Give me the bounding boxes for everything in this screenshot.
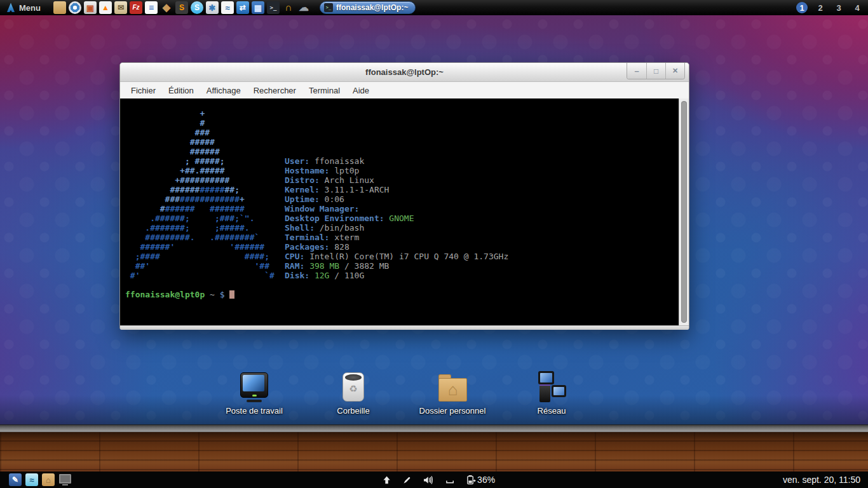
terminal-cursor [229, 290, 234, 299]
system-tray: 36% [382, 471, 495, 488]
workspace-1[interactable]: 1 [796, 2, 808, 13]
terminal-scrollbar[interactable] [679, 98, 689, 325]
top-launchers: ▣▲✉Fz≡◆SS✱≈⇄▦>_∩☁ [53, 1, 310, 14]
scrollbar-thumb[interactable] [681, 101, 687, 323]
filezilla-icon[interactable]: Fz [130, 1, 142, 14]
desktop-icon-home-folder[interactable]: ⌂Dossier personnel [411, 370, 494, 416]
menu-fichier[interactable]: Fichier [125, 84, 161, 97]
home-folder-icon: ⌂ [436, 370, 469, 403]
terminal-launcher-icon[interactable]: >_ [267, 1, 280, 14]
desktop-icon-label: Poste de travail [213, 406, 295, 416]
volume-icon[interactable] [423, 475, 434, 485]
wireshark-icon[interactable]: ≈ [221, 1, 234, 14]
desktop-settings-icon[interactable]: ✎ [9, 473, 22, 486]
desktop-icon-computer[interactable]: Poste de travail [213, 370, 295, 416]
bottom-launchers: ✎≈⌂ [9, 473, 71, 486]
ascii-art: + # ### ##### ###### ; #####; +##.##### … [125, 109, 275, 280]
show-desktop-icon[interactable] [58, 473, 71, 486]
file-manager-icon[interactable] [53, 1, 66, 14]
image-viewer-icon[interactable]: ▣ [84, 1, 97, 14]
menu-label: Menu [19, 3, 41, 13]
arrow-up-icon[interactable] [382, 475, 391, 485]
terminal-body: + # ### ##### ###### ; #####; +##.##### … [120, 98, 689, 325]
workspace-4[interactable]: 4 [851, 2, 863, 13]
sublime-text-icon[interactable]: S [175, 1, 188, 14]
cloud-icon[interactable]: ☁ [297, 1, 310, 14]
mail-icon[interactable]: ✉ [114, 1, 127, 14]
writer-icon[interactable]: ≡ [145, 1, 158, 14]
app-grid-icon[interactable]: ▦ [252, 1, 264, 14]
teamviewer-icon[interactable]: ⇄ [236, 1, 249, 14]
terminal-screen[interactable]: + # ### ##### ###### ; #####; +##.##### … [120, 98, 679, 325]
terminal-titlebar[interactable]: ffonaissak@lptOp:~ [120, 63, 689, 82]
workspace-3[interactable]: 3 [833, 2, 844, 13]
system-monitor-icon[interactable]: ≈ [25, 473, 38, 486]
shell-prompt: ffonaissak@lpt0p ~ $ [125, 290, 234, 299]
window-bottom-frame [120, 325, 689, 330]
top-panel: Menu ▣▲✉Fz≡◆SS✱≈⇄▦>_∩☁ >_ ffonaissak@lpt… [0, 0, 868, 15]
task-button-terminal[interactable]: >_ ffonaissak@lptOp:~ [320, 1, 416, 14]
close-button[interactable] [665, 63, 684, 79]
window-buttons [627, 63, 685, 79]
desktop-icon-label: Dossier personnel [411, 406, 494, 416]
terminal-menubar: FichierÉditionAffichageRechercherTermina… [120, 82, 689, 98]
draw-icon[interactable]: ◆ [160, 1, 173, 14]
chromium-icon[interactable] [69, 1, 81, 14]
menu-button[interactable]: Menu [0, 0, 46, 15]
workspace-2[interactable]: 2 [815, 2, 826, 13]
window-title: ffonaissak@lptOp:~ [365, 67, 444, 77]
desktop-icon-label: Réseau [510, 406, 593, 416]
menu-terminal[interactable]: Terminal [303, 84, 346, 97]
home-folder-launcher-icon[interactable]: ⌂ [42, 473, 55, 486]
menu-rechercher[interactable]: Rechercher [248, 84, 302, 97]
menu-aide[interactable]: Aide [347, 84, 375, 97]
vlc-icon[interactable]: ▲ [99, 1, 112, 14]
maximize-button[interactable] [646, 63, 665, 79]
terminal-task-icon: >_ [324, 3, 333, 12]
minimize-button[interactable] [627, 63, 646, 79]
display-app-icon[interactable]: ✱ [206, 1, 219, 14]
arch-logo-icon [6, 3, 16, 13]
bottom-panel: ✎≈⌂ [0, 471, 868, 488]
window-tray-icon[interactable] [445, 475, 455, 485]
network-icon [535, 370, 568, 403]
wallpaper-baseboard [0, 424, 868, 432]
menu-edition[interactable]: Édition [163, 84, 200, 97]
clock[interactable]: ven. sept. 20, 11:50 [783, 471, 860, 488]
desktop-icons: Poste de travail♻Corbeille⌂Dossier perso… [0, 370, 868, 421]
stylus-icon[interactable] [402, 475, 412, 485]
workspace-switcher: 1234 [796, 0, 863, 15]
task-button-label: ffonaissak@lptOp:~ [336, 3, 408, 12]
battery-indicator[interactable]: 36% [466, 475, 495, 485]
desktop-icon-trash[interactable]: ♻Corbeille [312, 370, 395, 416]
desktop-icon-label: Corbeille [312, 406, 395, 416]
battery-percentage: 36% [477, 475, 495, 485]
wallpaper-floor [0, 432, 868, 471]
music-icon[interactable]: ∩ [282, 1, 295, 14]
desktop: Menu ▣▲✉Fz≡◆SS✱≈⇄▦>_∩☁ >_ ffonaissak@lpt… [0, 0, 868, 488]
desktop-icon-network[interactable]: Réseau [510, 370, 593, 416]
terminal-window: ffonaissak@lptOp:~ FichierÉditionAfficha… [119, 62, 689, 329]
computer-icon [238, 370, 271, 403]
trash-icon: ♻ [337, 370, 370, 403]
skype-icon[interactable]: S [191, 1, 203, 14]
menu-affichage[interactable]: Affichage [201, 84, 247, 97]
sysinfo: User: ffonaissak Hostname: lpt0p Distro:… [285, 156, 508, 280]
battery-icon [466, 475, 476, 485]
